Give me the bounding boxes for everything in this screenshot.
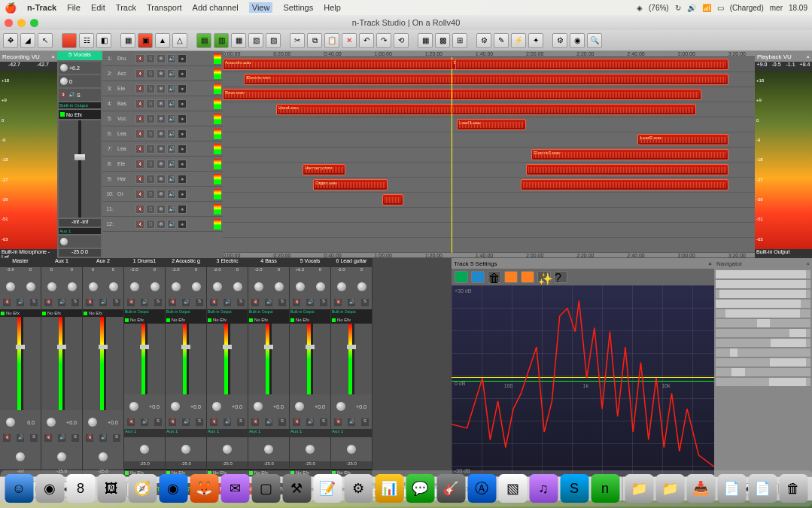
speaker-button[interactable]: 🔊 [167,205,176,214]
skype-icon[interactable]: S [560,474,588,503]
channel-output[interactable]: Built-in Output [124,309,165,316]
send-knob[interactable] [254,402,263,411]
timeline-row[interactable] [223,223,755,238]
gain-knob[interactable] [316,282,325,291]
mute-button[interactable]: 🔇 [251,299,259,306]
mute-button[interactable]: 🔇 [135,205,144,214]
audio-clip[interactable]: Lead2.wav [637,134,728,145]
timeline-row[interactable]: Lead1.wav [223,117,755,132]
envelope-tool-icon[interactable]: ◢ [20,33,35,48]
solo-button[interactable]: S [237,418,245,426]
eq-icon[interactable]: ▲ [155,33,170,48]
freeze-button[interactable]: ❄ [157,144,166,154]
mute-button[interactable]: 🔇 [44,299,52,306]
navigator-row[interactable] [716,309,810,318]
speaker-button[interactable]: 🔊 [167,144,176,154]
solo-button[interactable]: S [146,175,155,184]
mute-button[interactable]: 🔇 [44,434,52,442]
channel-output[interactable]: Built-in Output [207,309,248,316]
solo-button[interactable]: S [146,114,155,123]
mute-button[interactable]: 🔇 [135,190,144,199]
prefs-icon[interactable]: ◉ [570,33,585,48]
channel-fader[interactable] [59,120,101,217]
track-row[interactable]: 7: Lea 🔇 S ❄ 🔊 ● [102,141,223,157]
mute-button[interactable]: 🔇 [3,434,11,442]
track-row[interactable]: 4: Bas 🔇 S ❄ 🔊 ● [102,96,223,111]
aux-label[interactable]: Aux 1 [207,429,248,437]
mute-button[interactable]: 🔇 [60,92,67,98]
speaker-button[interactable]: 🔊 [306,299,314,306]
navigator-row[interactable] [716,348,810,357]
finder-icon[interactable]: ☺ [5,474,33,503]
folder1-icon[interactable]: 📁 [625,474,653,503]
grid-icon[interactable]: ▩ [435,33,450,48]
arm-record-button[interactable]: ● [178,54,187,63]
appstore-icon[interactable]: Ⓐ [467,474,496,503]
channel-name[interactable]: 2 Acoustic g [166,258,206,267]
gain-knob[interactable] [275,282,284,291]
navigator-row[interactable] [716,290,810,298]
freeze-button[interactable]: ❄ [157,99,166,108]
mixer-icon[interactable]: ☷ [79,33,94,48]
speaker-button[interactable]: 🔊 [167,129,176,138]
arm-record-button[interactable]: ● [178,114,187,123]
arm-record-button[interactable]: ● [178,129,187,138]
freeze-button[interactable]: ❄ [157,220,166,229]
search-tool-icon[interactable]: 🔍 [587,33,602,48]
send-knob[interactable] [47,418,56,427]
channel-output[interactable]: Built-in Output [248,309,289,316]
audio-clip[interactable]: Lead1.wav [457,119,526,130]
channel-name[interactable]: 3 Electric [207,258,248,267]
audio-clip[interactable]: Electric.wav [244,74,728,85]
efx-slot[interactable]: No Efx [248,316,289,324]
channel-fader[interactable] [124,324,165,394]
doc2-icon[interactable]: 📄 [748,474,777,503]
pan-knob[interactable] [296,282,305,291]
freeze-button[interactable]: ❄ [157,69,166,78]
send-knob[interactable] [212,402,221,411]
aux-label[interactable]: Aux 1 [166,429,206,437]
record-settings-icon[interactable] [62,33,77,48]
send-knob[interactable] [171,402,180,411]
solo-button[interactable]: S [146,220,155,229]
solo-button[interactable]: S [146,54,155,63]
channel-output[interactable]: Built-in Output [290,309,330,316]
mute-button[interactable]: 🔇 [334,418,342,426]
loop-icon[interactable]: ⟲ [394,33,409,48]
solo-button[interactable]: S [113,299,120,306]
channel-fader[interactable] [83,317,123,410]
solo-button[interactable]: S [154,418,162,426]
freeze-button[interactable]: ❄ [157,205,166,214]
safari-icon[interactable]: 🧭 [128,474,157,503]
channel-efx[interactable]: No Efx [59,110,101,119]
menu-add-channel[interactable]: Add channel [193,3,239,12]
timeline-row[interactable]: Harmony.wav [223,163,755,178]
menu-transport[interactable]: Transport [147,3,182,12]
arm-record-button[interactable]: ● [178,175,187,184]
efx-slot[interactable]: No Efx [0,309,41,317]
tracks-area[interactable]: Acoustic.wavElectric.wavBass.wavVocal.wa… [223,57,755,253]
solo-button[interactable]: S [146,129,155,138]
menu-track[interactable]: Track [116,3,136,12]
preview-icon[interactable]: 🖼 [97,474,126,503]
freeze-button[interactable]: ❄ [157,129,166,138]
xcode-icon[interactable]: ⚒ [282,474,311,503]
preset-a-icon[interactable] [504,271,518,283]
freeze-button[interactable]: ❄ [157,54,166,63]
plugin-slot-icon[interactable] [455,271,468,283]
navigator-row[interactable] [716,270,810,278]
aux-knob[interactable] [16,452,25,461]
mute-button[interactable]: 🔇 [210,299,217,306]
chrome-icon[interactable]: ◉ [159,474,187,503]
speaker-button[interactable]: 🔊 [167,84,176,93]
efx-slot[interactable]: No Efx [290,316,330,324]
close-icon[interactable]: × [806,260,810,267]
navigator-row[interactable] [716,339,810,347]
speaker-button[interactable]: 🔊 [58,299,65,306]
navigator-row[interactable] [716,329,810,337]
navigator-row[interactable] [716,280,810,288]
pan-knob[interactable] [47,282,56,291]
arm-record-button[interactable]: ● [178,205,187,214]
help-icon[interactable]: ? [554,271,567,283]
mute-button[interactable]: 🔇 [251,418,259,426]
